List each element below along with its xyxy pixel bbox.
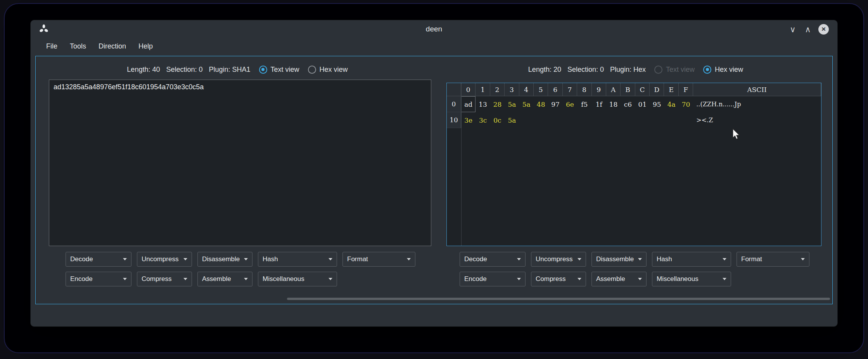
left-dropdown-row-1: DecodeUncompressDisassembleHashFormat — [66, 252, 415, 267]
combo-encode[interactable]: Encode — [460, 272, 526, 286]
menu-help[interactable]: Help — [132, 40, 159, 53]
chevron-down-icon — [244, 278, 248, 280]
hex-byte-cell — [563, 112, 577, 128]
radio-disabled-icon — [654, 66, 662, 74]
hex-byte-cell — [606, 112, 621, 128]
hex-col-header[interactable]: 1 — [475, 83, 490, 96]
left-text-view-radio[interactable]: Text view — [259, 66, 299, 74]
hex-byte-cell[interactable]: 3c — [475, 112, 490, 128]
mouse-cursor — [731, 128, 741, 140]
left-length-text: Length: 40 — [127, 66, 160, 74]
hex-view-table[interactable]: 0123456789ABCDEFASCII0ad13285a5a48976ef5… — [446, 83, 821, 246]
chevron-up-icon[interactable]: ∧ — [803, 25, 813, 33]
chevron-down-icon — [638, 258, 642, 260]
hex-byte-cell[interactable]: 18 — [606, 96, 621, 112]
hex-byte-cell — [650, 112, 664, 128]
combo-decode[interactable]: Decode — [66, 252, 131, 267]
hex-byte-cell[interactable]: 3e — [461, 112, 475, 128]
hex-col-header[interactable]: 3 — [505, 83, 519, 96]
hex-col-header[interactable]: 9 — [592, 83, 606, 96]
hex-col-header[interactable]: 5 — [534, 83, 548, 96]
combo-label: Compress — [536, 275, 565, 283]
hex-byte-cell[interactable]: 0c — [490, 112, 505, 128]
chevron-down-icon[interactable]: ∨ — [788, 25, 797, 33]
hex-col-header[interactable]: 8 — [577, 83, 591, 96]
menu-direction[interactable]: Direction — [92, 40, 132, 53]
hex-byte-cell[interactable]: c6 — [621, 96, 635, 112]
combo-format[interactable]: Format — [737, 252, 809, 267]
chevron-down-icon — [407, 258, 411, 260]
chevron-down-icon — [329, 258, 332, 260]
combo-miscellaneous[interactable]: Miscellaneous — [258, 272, 337, 286]
hex-byte-cell[interactable]: 13 — [475, 96, 490, 112]
combo-format[interactable]: Format — [342, 252, 415, 267]
hex-ascii-cell[interactable]: ><.Z — [693, 112, 821, 128]
hex-byte-cell[interactable]: 48 — [534, 96, 548, 112]
combo-label: Disassemble — [596, 255, 634, 263]
hex-corner-header — [447, 83, 461, 96]
combo-assemble[interactable]: Assemble — [591, 272, 647, 286]
horizontal-scrollbar[interactable] — [287, 298, 830, 300]
hex-col-header[interactable]: 7 — [563, 83, 577, 96]
hex-byte-cell[interactable]: 5a — [519, 96, 534, 112]
hex-byte-cell[interactable]: 70 — [679, 96, 693, 112]
hex-byte-cell[interactable]: 28 — [490, 96, 505, 112]
hex-row-header[interactable]: 0 — [447, 96, 461, 112]
hex-ascii-cell[interactable]: ..(ZZH.n......Jp — [693, 96, 821, 112]
title-bar[interactable]: deen ∨ ∧ × — [31, 20, 837, 38]
combo-label: Format — [347, 255, 368, 263]
combo-compress[interactable]: Compress — [137, 272, 192, 286]
left-hex-view-radio[interactable]: Hex view — [308, 66, 348, 74]
app-window: deen ∨ ∧ × FileToolsDirectionHelp Length… — [30, 20, 838, 327]
combo-label: Assemble — [596, 275, 625, 283]
menu-tools[interactable]: Tools — [64, 40, 92, 53]
hex-col-header[interactable]: B — [621, 83, 635, 96]
hex-col-header[interactable]: D — [650, 83, 664, 96]
hex-byte-cell[interactable]: 1f — [592, 96, 606, 112]
left-text-view-label: Text view — [271, 66, 299, 74]
hex-byte-cell[interactable]: 95 — [650, 96, 664, 112]
right-hex-view-radio[interactable]: Hex view — [703, 66, 743, 74]
hex-col-header[interactable]: F — [679, 83, 693, 96]
combo-hash[interactable]: Hash — [652, 252, 731, 267]
hex-byte-cell[interactable]: f5 — [577, 96, 591, 112]
hex-col-header[interactable]: A — [606, 83, 621, 96]
right-text-view-radio[interactable]: Text view — [654, 66, 695, 74]
combo-label: Format — [741, 255, 762, 263]
hex-byte-cell[interactable]: 4a — [664, 96, 678, 112]
hex-row-header[interactable]: 10 — [447, 112, 461, 128]
hex-byte-cell[interactable]: ad — [461, 96, 475, 112]
combo-uncompress[interactable]: Uncompress — [531, 252, 586, 267]
combo-uncompress[interactable]: Uncompress — [137, 252, 192, 267]
left-editor[interactable]: ad13285a5a48976ef51f18c601954a703e3c0c5a — [49, 80, 431, 246]
hex-byte-cell[interactable]: 01 — [635, 96, 650, 112]
hex-byte-cell — [635, 112, 650, 128]
hex-col-header[interactable]: 6 — [548, 83, 562, 96]
combo-assemble[interactable]: Assemble — [197, 272, 252, 286]
hex-byte-cell[interactable]: 97 — [548, 96, 562, 112]
combo-decode[interactable]: Decode — [460, 252, 526, 267]
radio-selected-icon — [259, 66, 267, 74]
combo-encode[interactable]: Encode — [66, 272, 131, 286]
combo-miscellaneous[interactable]: Miscellaneous — [652, 272, 731, 286]
combo-disassemble[interactable]: Disassemble — [591, 252, 647, 267]
hex-byte-cell[interactable]: 5a — [505, 112, 519, 128]
chevron-down-icon — [638, 278, 642, 280]
hex-byte-cell[interactable]: 6e — [563, 96, 577, 112]
menu-file[interactable]: File — [40, 40, 64, 53]
chevron-down-icon — [517, 278, 521, 280]
hex-byte-cell[interactable]: 5a — [505, 96, 519, 112]
hex-byte-cell — [664, 112, 678, 128]
hex-col-header[interactable]: 4 — [519, 83, 534, 96]
hex-col-header[interactable]: E — [664, 83, 678, 96]
hex-col-header[interactable]: 0 — [461, 83, 475, 96]
window-controls: ∨ ∧ × — [788, 20, 829, 38]
hex-col-header[interactable]: C — [635, 83, 650, 96]
combo-disassemble[interactable]: Disassemble — [197, 252, 252, 267]
combo-hash[interactable]: Hash — [258, 252, 337, 267]
window-title: deen — [31, 20, 837, 38]
combo-compress[interactable]: Compress — [531, 272, 586, 286]
hex-col-header[interactable]: 2 — [490, 83, 505, 96]
close-icon[interactable]: × — [818, 24, 829, 35]
hex-byte-cell — [592, 112, 606, 128]
